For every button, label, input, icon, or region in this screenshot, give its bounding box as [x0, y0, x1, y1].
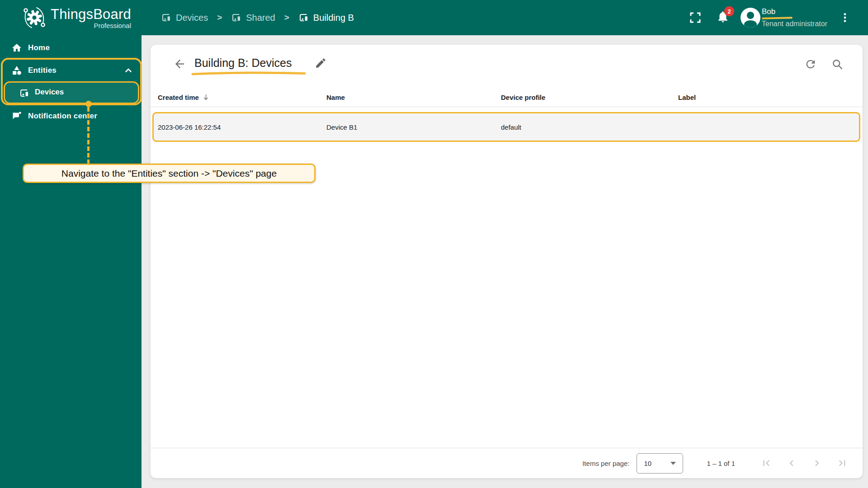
dropdown-arrow-icon	[670, 462, 676, 465]
back-button[interactable]	[173, 57, 186, 70]
column-header-created-time[interactable]: Created time	[158, 94, 326, 101]
next-page-button[interactable]	[811, 457, 823, 469]
devices-card: Building B: Devices	[151, 45, 863, 478]
app-edition: Professional	[51, 22, 131, 29]
search-icon	[831, 58, 844, 70]
breadcrumb-separator: >	[217, 13, 222, 23]
page-title: Building B: Devices	[194, 56, 292, 69]
pagination-bar: Items per page: 10 1 – 1 of 1	[151, 448, 863, 478]
first-page-button[interactable]	[760, 457, 772, 469]
breadcrumb: Devices > Shared > Building B	[161, 0, 354, 35]
breadcrumb-separator: >	[284, 13, 289, 23]
refresh-icon	[804, 58, 817, 70]
first-page-icon	[760, 457, 772, 469]
table-header-row: Created time Name Device profile Label	[151, 88, 863, 107]
chevron-right-icon	[811, 457, 823, 469]
table-row-device-b1[interactable]: 2023-06-26 16:22:54 Device B1 default	[152, 112, 860, 142]
more-vert-icon	[839, 12, 851, 23]
avatar[interactable]	[741, 8, 760, 28]
thingsboard-logo-icon	[23, 5, 46, 30]
annotation-dashed-line	[87, 107, 90, 164]
page-title-annotation-underline	[191, 71, 307, 76]
notification-center-icon	[11, 111, 22, 122]
devices-icon	[19, 88, 30, 99]
annotation-tooltip: Navigate to the "Entities" section -> "D…	[23, 164, 316, 183]
main-content: Building B: Devices	[142, 35, 868, 488]
sidebar-item-entities[interactable]: Entities	[0, 60, 142, 81]
column-header-name[interactable]: Name	[326, 94, 501, 101]
last-page-icon	[836, 457, 848, 469]
user-role: Tenant administrator	[762, 20, 825, 28]
breadcrumb-item-building-b[interactable]: Building B	[298, 12, 354, 23]
more-menu-button[interactable]	[839, 12, 851, 23]
edit-pencil-icon	[315, 57, 327, 69]
fullscreen-icon	[689, 11, 702, 24]
last-page-button[interactable]	[836, 457, 848, 469]
breadcrumb-item-devices[interactable]: Devices	[161, 12, 208, 23]
devices-icon	[298, 12, 309, 23]
cell-name: Device B1	[326, 123, 501, 131]
chevron-up-icon	[123, 65, 134, 76]
app-name: ThingsBoard	[51, 6, 131, 23]
breadcrumb-item-shared[interactable]: Shared	[231, 12, 275, 23]
user-info[interactable]: Bob Tenant administrator	[762, 7, 825, 28]
items-per-page-label: Items per page:	[582, 460, 629, 467]
card-header: Building B: Devices	[151, 45, 863, 88]
devices-icon	[231, 12, 242, 23]
search-button[interactable]	[831, 58, 844, 70]
cell-device-profile: default	[501, 123, 678, 131]
notifications-button[interactable]: 2	[716, 10, 730, 23]
user-name-annotation-underline	[762, 17, 793, 19]
app-logo[interactable]: ThingsBoard Professional	[23, 5, 131, 30]
fullscreen-button[interactable]	[689, 11, 702, 24]
refresh-button[interactable]	[804, 58, 817, 70]
items-per-page-select[interactable]: 10	[637, 453, 683, 474]
column-header-label[interactable]: Label	[678, 94, 863, 101]
entities-icon	[11, 65, 22, 76]
home-icon	[11, 42, 22, 53]
edit-title-button[interactable]	[315, 57, 327, 69]
devices-icon	[161, 12, 172, 23]
sort-descending-icon	[202, 94, 210, 101]
topbar: ThingsBoard Professional Devices >	[0, 0, 868, 35]
pagination-range: 1 – 1 of 1	[707, 460, 735, 467]
sidebar: Home Entities Devices	[0, 35, 142, 488]
sidebar-item-home[interactable]: Home	[0, 37, 142, 59]
notification-count-badge: 2	[724, 6, 734, 16]
chevron-left-icon	[786, 457, 797, 469]
cell-created-time: 2023-06-26 16:22:54	[158, 123, 326, 131]
sidebar-item-devices[interactable]: Devices	[4, 81, 139, 104]
arrow-back-icon	[173, 57, 186, 70]
previous-page-button[interactable]	[786, 457, 797, 469]
user-name: Bob	[762, 7, 825, 16]
sidebar-item-notification-center[interactable]: Notification center	[0, 105, 142, 127]
column-header-device-profile[interactable]: Device profile	[501, 94, 678, 101]
annotation-line-dot	[85, 101, 92, 107]
